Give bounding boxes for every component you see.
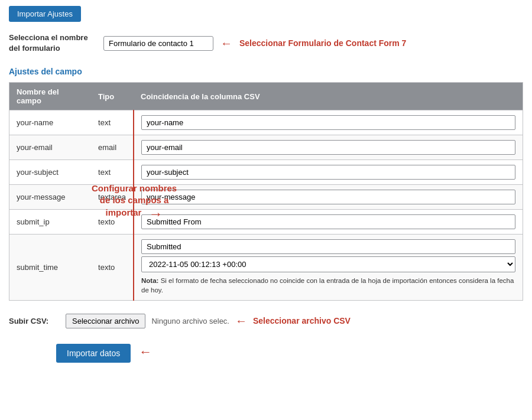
table-row-submit-time: submit_time texto 2022-11-05 00:12:13 +0…: [9, 235, 523, 300]
fields-table-wrapper: Configurar nombres de los campos a impor…: [9, 82, 523, 300]
field-name-cell: submit_ip: [9, 210, 92, 235]
date-format-select[interactable]: 2022-11-05 00:12:13 +00:00: [141, 256, 515, 272]
fields-table: Nombre del campo Tipo Coincidencia de la…: [9, 82, 523, 300]
table-header-row: Nombre del campo Tipo Coincidencia de la…: [9, 83, 523, 110]
fields-section-title: Ajustes del campo: [9, 67, 523, 76]
toolbar: Importar Ajustes: [9, 6, 523, 32]
csv-upload-label: Subir CSV:: [9, 317, 56, 325]
csv-match-cell: [134, 210, 523, 235]
submit-time-input-group: 2022-11-05 00:12:13 +00:00 Nota: Si el f…: [141, 239, 515, 295]
col-header-csv: Coincidencia de la columna CSV: [134, 83, 523, 110]
field-name-cell: your-email: [9, 135, 92, 160]
table-row: your-subject text: [9, 160, 523, 185]
csv-match-input-your-email[interactable]: [141, 140, 515, 155]
table-row: your-email email: [9, 135, 523, 160]
col-header-field-name: Nombre del campo: [9, 83, 92, 110]
csv-match-input-submit-time[interactable]: [141, 239, 515, 254]
csv-match-input-your-message[interactable]: [141, 190, 515, 204]
field-name-cell: your-subject: [9, 160, 92, 185]
csv-upload-row: Subir CSV: Seleccionar archivo Ninguno a…: [9, 314, 523, 328]
csv-annotation: Seleccionar archivo CSV: [253, 316, 351, 325]
form-select-label: Selecciona el nombre del formulario: [9, 32, 92, 54]
import-data-row: Importar datos ←: [9, 341, 523, 363]
csv-match-cell-submit-time: 2022-11-05 00:12:13 +00:00 Nota: Si el f…: [134, 235, 523, 300]
csv-upload-right: Seleccionar archivo Ninguno archivo sele…: [66, 314, 351, 328]
csv-match-input-your-subject[interactable]: [141, 165, 515, 180]
field-type-cell: textarea: [91, 185, 134, 210]
field-type-cell: texto: [91, 210, 134, 235]
table-row: your-message textarea: [9, 185, 523, 210]
form-select-right: ← Seleccionar Formulario de Contact Form…: [103, 36, 406, 51]
table-row: submit_ip texto: [9, 210, 523, 235]
form-name-input[interactable]: [103, 36, 213, 51]
csv-match-input-submit-ip[interactable]: [141, 214, 515, 229]
field-name-cell: your-name: [9, 110, 92, 135]
field-type-cell-submit-time: texto: [91, 235, 134, 300]
arrow-left-icon: ←: [220, 37, 232, 50]
form-annotation: Seleccionar Formulario de Contact Form 7: [239, 38, 406, 48]
col-header-type: Tipo: [91, 83, 134, 110]
import-data-button[interactable]: Importar datos: [56, 344, 131, 363]
table-row: your-name text: [9, 110, 523, 135]
form-select-row: Selecciona el nombre del formulario ← Se…: [9, 32, 523, 54]
select-file-button[interactable]: Seleccionar archivo: [66, 314, 145, 328]
import-data-arrow-icon: ←: [139, 344, 152, 360]
csv-match-cell: [134, 160, 523, 185]
field-type-cell: text: [91, 160, 134, 185]
field-type-cell: text: [91, 110, 134, 135]
import-ajustes-button[interactable]: Importar Ajustes: [9, 6, 81, 22]
field-name-cell-submit-time: submit_time: [9, 235, 92, 300]
nota-text: Nota: Si el formato de fecha seleccionad…: [141, 276, 515, 295]
csv-match-cell: [134, 135, 523, 160]
csv-match-cell: [134, 185, 523, 210]
csv-match-cell: [134, 110, 523, 135]
no-file-text: Ninguno archivo selec.: [151, 317, 229, 325]
field-name-cell: your-message: [9, 185, 92, 210]
arrow-left-csv-icon: ←: [235, 314, 247, 328]
csv-match-input-your-name[interactable]: [141, 115, 515, 130]
field-type-cell: email: [91, 135, 134, 160]
